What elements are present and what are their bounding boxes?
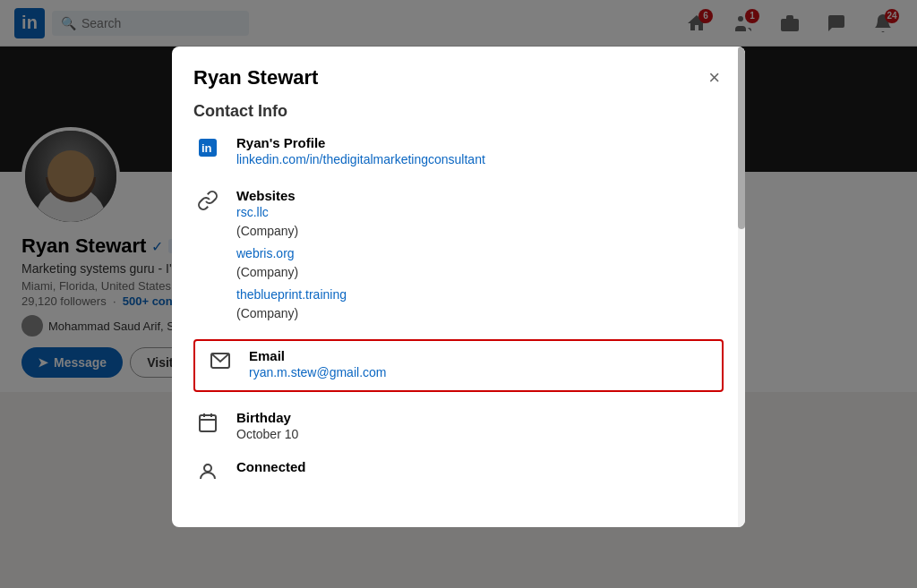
website-item-3: theblueprint.training (Company) [236, 287, 724, 321]
website-url-2[interactable]: webris.org [236, 246, 724, 260]
website-type-1: (Company) [236, 224, 298, 238]
contact-info-modal: Ryan Stewart × Contact Info in Ryan's Pr… [172, 47, 745, 527]
svg-point-10 [204, 464, 211, 472]
connected-contact-item: Connected [193, 459, 724, 488]
scrollbar-track[interactable] [738, 47, 745, 527]
svg-text:in: in [201, 141, 212, 155]
modal-header: Ryan Stewart × [172, 47, 745, 102]
email-value[interactable]: ryan.m.stew@gmail.com [249, 365, 711, 379]
websites-label: Websites [236, 188, 724, 203]
connected-icon [193, 459, 222, 488]
email-details: Email ryan.m.stew@gmail.com [249, 348, 711, 383]
websites-details: Websites rsc.llc (Company) webris.org (C… [236, 188, 724, 321]
profile-contact-item: in Ryan's Profile linkedin.com/in/thedig… [193, 135, 724, 170]
email-label: Email [249, 348, 711, 363]
website-item-2: webris.org (Company) [236, 246, 724, 280]
profile-label: Ryan's Profile [236, 135, 724, 150]
scrollbar-thumb[interactable] [738, 47, 745, 229]
connected-details: Connected [236, 459, 724, 476]
svg-rect-6 [200, 415, 216, 431]
website-url-1[interactable]: rsc.llc [236, 205, 724, 219]
birthday-icon [193, 410, 222, 439]
modal-body: Contact Info in Ryan's Profile linkedin.… [172, 102, 745, 527]
website-type-3: (Company) [236, 306, 298, 320]
birthday-contact-item: Birthday October 10 [193, 410, 724, 441]
website-type-2: (Company) [236, 265, 298, 279]
profile-contact-details: Ryan's Profile linkedin.com/in/thedigita… [236, 135, 724, 170]
modal-overlay[interactable]: Ryan Stewart × Contact Info in Ryan's Pr… [0, 0, 917, 588]
email-icon [206, 348, 235, 377]
linkedin-profile-icon: in [193, 135, 222, 164]
birthday-label: Birthday [236, 410, 724, 425]
websites-contact-item: Websites rsc.llc (Company) webris.org (C… [193, 188, 724, 321]
website-url-3[interactable]: theblueprint.training [236, 287, 724, 302]
modal-title: Ryan Stewart [193, 66, 318, 89]
websites-icon [193, 188, 222, 217]
birthday-details: Birthday October 10 [236, 410, 724, 441]
connected-label: Connected [236, 459, 724, 474]
contact-info-heading: Contact Info [193, 102, 724, 121]
email-contact-item: Email ryan.m.stew@gmail.com [193, 339, 724, 392]
birthday-date: October 10 [236, 427, 724, 441]
website-item-1: rsc.llc (Company) [236, 205, 724, 239]
modal-close-button[interactable]: × [705, 64, 724, 91]
profile-url[interactable]: linkedin.com/in/thedigitalmarketingconsu… [236, 152, 724, 166]
